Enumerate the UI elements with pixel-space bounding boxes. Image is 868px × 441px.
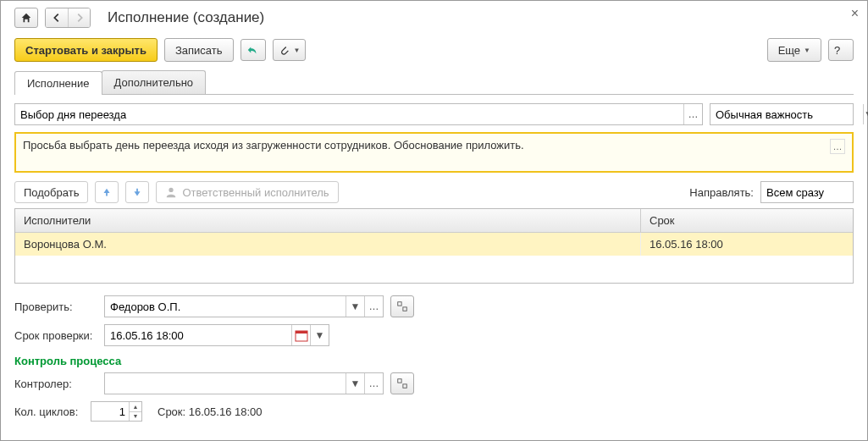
chevron-down-icon[interactable]: ▼ <box>346 296 364 317</box>
cycles-deadline-label: Срок: <box>158 405 185 418</box>
save-button[interactable]: Записать <box>164 38 234 62</box>
chevron-down-icon[interactable]: ▼ <box>863 104 868 124</box>
check-label: Проверить: <box>14 300 97 313</box>
cycles-deadline-value: 16.05.16 18:00 <box>189 405 263 418</box>
step-up-button[interactable]: ▲ <box>130 402 141 411</box>
pick-button[interactable]: Подобрать <box>14 181 88 203</box>
start-and-close-button[interactable]: Стартовать и закрыть <box>14 38 158 62</box>
route-select[interactable]: ▼ <box>760 181 854 203</box>
performers-toolbar: Подобрать Ответственный исполнитель Напр… <box>14 181 854 203</box>
arrow-left-icon <box>51 12 63 24</box>
ellipsis-button[interactable]: … <box>364 296 383 317</box>
responsible-label: Ответственный исполнитель <box>182 186 329 199</box>
expand-icon <box>396 300 408 312</box>
svg-rect-2 <box>403 307 406 311</box>
arrow-up-icon <box>101 186 113 198</box>
titlebar: Исполнение (создание) <box>14 8 854 28</box>
page-title: Исполнение (создание) <box>108 9 264 26</box>
svg-rect-6 <box>403 384 406 388</box>
tabs: Исполнение Дополнительно <box>14 70 854 95</box>
reply-icon <box>246 44 258 56</box>
check-deadline-input-group: ▼ <box>104 324 329 346</box>
table-header: Исполнители Срок <box>15 209 853 233</box>
importance-value[interactable] <box>710 104 863 124</box>
cycles-label: Кол. циклов: <box>14 405 84 418</box>
expand-button[interactable] <box>390 295 414 317</box>
check-deadline-label: Срок проверки: <box>14 329 97 342</box>
svg-rect-1 <box>398 302 401 306</box>
home-icon <box>20 12 32 24</box>
close-icon[interactable]: × <box>851 6 859 21</box>
help-button[interactable]: ? <box>828 39 854 61</box>
svg-rect-5 <box>398 379 401 383</box>
ellipsis-button[interactable]: … <box>830 139 845 154</box>
calendar-button[interactable] <box>291 325 310 345</box>
chevron-down-icon: ▼ <box>294 47 301 54</box>
description-text: Просьба выбрать день переезда исходя из … <box>23 139 830 166</box>
subject-input[interactable] <box>15 104 683 124</box>
svg-rect-4 <box>296 331 307 334</box>
description-box[interactable]: Просьба выбрать день переезда исходя из … <box>14 132 854 173</box>
step-down-button[interactable]: ▼ <box>130 411 141 422</box>
col-performers[interactable]: Исполнители <box>15 209 641 232</box>
person-icon <box>165 186 177 198</box>
reply-button[interactable] <box>240 39 266 61</box>
forward-button <box>68 8 90 27</box>
control-section-title: Контроль процесса <box>14 355 854 367</box>
window: × Исполнение (создание) Стартовать и зак… <box>0 0 868 441</box>
col-deadline[interactable]: Срок <box>641 209 853 232</box>
ellipsis-button[interactable]: … <box>683 104 702 124</box>
svg-point-0 <box>169 188 174 192</box>
cycles-input[interactable] <box>91 402 129 421</box>
table-row[interactable]: Воронцова О.М. 16.05.16 18:00 <box>15 233 853 256</box>
table-empty <box>15 256 853 283</box>
paperclip-icon <box>279 44 290 56</box>
check-input-group: ▼ … <box>104 295 384 317</box>
ellipsis-button[interactable]: … <box>364 373 383 394</box>
back-button[interactable] <box>46 8 68 27</box>
chevron-down-icon[interactable]: ▼ <box>310 325 329 345</box>
cycles-stepper[interactable]: ▲ ▼ <box>91 401 142 422</box>
expand-icon <box>396 378 408 389</box>
move-up-button <box>95 181 119 203</box>
cell-deadline: 16.05.16 18:00 <box>641 233 853 256</box>
attach-button[interactable]: ▼ <box>273 39 307 61</box>
tab-additional[interactable]: Дополнительно <box>102 70 207 94</box>
expand-button[interactable] <box>390 372 414 394</box>
tab-execution[interactable]: Исполнение <box>14 71 102 95</box>
importance-select[interactable]: ▼ <box>710 103 854 125</box>
home-button[interactable] <box>14 8 38 28</box>
responsible-performer-button: Ответственный исполнитель <box>156 181 338 203</box>
nav-buttons <box>45 8 91 28</box>
subject-input-group: … <box>14 103 703 125</box>
more-button[interactable]: Еще ▼ <box>767 38 821 62</box>
route-label: Направлять: <box>689 186 754 199</box>
performers-table: Исполнители Срок Воронцова О.М. 16.05.16… <box>14 208 854 284</box>
calendar-icon <box>295 328 308 342</box>
route-value[interactable] <box>761 182 868 202</box>
cell-performer: Воронцова О.М. <box>15 233 641 256</box>
chevron-down-icon: ▼ <box>804 47 810 54</box>
arrow-down-icon <box>131 186 143 198</box>
more-label: Еще <box>778 44 800 57</box>
controller-input-group: ▼ … <box>104 372 384 394</box>
move-down-button <box>125 181 149 203</box>
main-toolbar: Стартовать и закрыть Записать ▼ Еще ▼ ? <box>14 38 854 62</box>
check-deadline-input[interactable] <box>105 325 291 345</box>
chevron-down-icon[interactable]: ▼ <box>346 373 364 394</box>
controller-input[interactable] <box>105 373 346 394</box>
check-input[interactable] <box>105 296 346 317</box>
controller-label: Контролер: <box>14 378 97 390</box>
arrow-right-icon <box>74 12 86 24</box>
